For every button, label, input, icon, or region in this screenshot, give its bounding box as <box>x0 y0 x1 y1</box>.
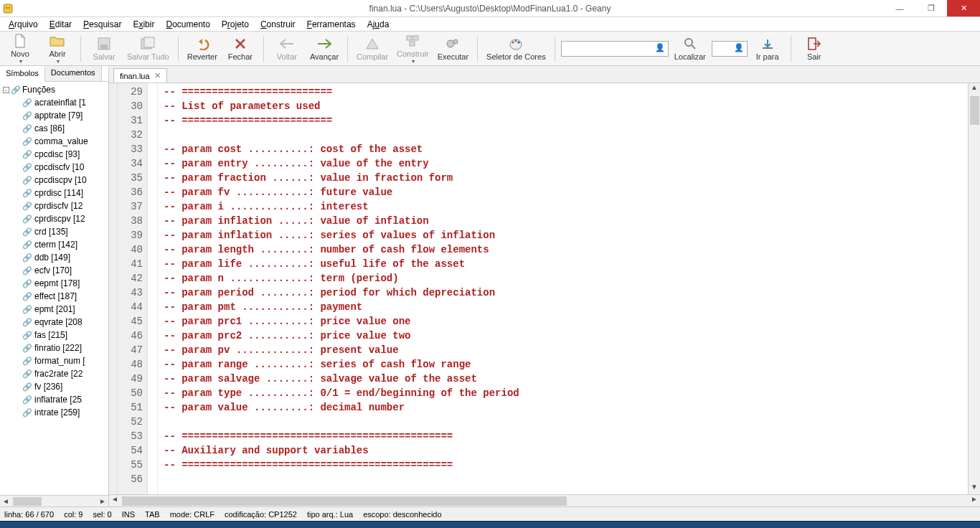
scroll-thumb[interactable] <box>13 497 42 506</box>
symbol-item[interactable]: 🔗cprdiscfv [12 <box>1 199 108 212</box>
minimize-button[interactable]: ― <box>884 0 915 16</box>
symbol-item[interactable]: 🔗cas [86] <box>1 122 108 135</box>
user-icon: 👤 <box>734 43 744 52</box>
close-file-button[interactable]: Fechar <box>223 33 258 65</box>
symbol-item[interactable]: 🔗effect [187] <box>1 290 108 303</box>
symbol-item[interactable]: 🔗crd [135] <box>1 225 108 238</box>
open-button[interactable]: Abrir▾ <box>40 33 75 65</box>
forward-button[interactable]: Avançar <box>307 33 341 65</box>
symbol-item[interactable]: 🔗cprdiscpv [12 <box>1 212 108 225</box>
scroll-left-icon[interactable]: ◄ <box>0 497 11 505</box>
disks-icon <box>140 36 156 52</box>
symbol-item[interactable]: 🔗fas [215] <box>1 329 108 341</box>
find-button[interactable]: Localizar <box>672 33 709 65</box>
scroll-left-icon[interactable]: ◄ <box>109 495 121 506</box>
scroll-right-icon[interactable]: ► <box>97 497 108 505</box>
menu-ferramentas[interactable]: Ferramentas <box>301 18 362 31</box>
symbol-item[interactable]: 🔗cterm [142] <box>1 238 108 251</box>
symbol-item[interactable]: 🔗eqvrate [208 <box>1 316 108 329</box>
run-button[interactable]: Executar <box>435 33 471 65</box>
maximize-button[interactable]: ❐ <box>915 0 947 16</box>
symbol-item[interactable]: 🔗ecfv [170] <box>1 264 108 277</box>
save-all-button[interactable]: Salvar Tudo <box>124 33 172 65</box>
symbol-item[interactable]: 🔗apptrate [79] <box>1 109 108 122</box>
disk-icon <box>96 36 112 52</box>
svg-point-10 <box>447 40 454 47</box>
editor-vscroll[interactable]: ▲ ▼ <box>968 83 980 494</box>
scroll-up-icon[interactable]: ▲ <box>969 83 980 95</box>
goto-button[interactable]: Ir para <box>750 33 785 65</box>
menu-documento[interactable]: Documento <box>160 18 215 31</box>
editor-area: finan.lua ✕ 2930313233343536373839404142… <box>109 66 980 506</box>
function-icon: 🔗 <box>23 137 32 146</box>
symbol-item[interactable]: 🔗cprdisc [114] <box>1 187 108 199</box>
quit-button[interactable]: Sair <box>797 33 831 65</box>
save-button[interactable]: Salvar <box>87 33 121 65</box>
scroll-down-icon[interactable]: ▼ <box>969 483 980 494</box>
symbol-item[interactable]: 🔗comma_value <box>1 135 108 148</box>
symbol-item[interactable]: 🔗inflatrate [25 <box>1 393 108 406</box>
editor-tab-finan[interactable]: finan.lua ✕ <box>113 68 167 82</box>
status-scope: escopo: desconhecido <box>363 510 441 519</box>
menu-arquivo[interactable]: Arquivo <box>3 18 44 31</box>
menu-pesquisar[interactable]: Pesquisar <box>77 18 127 31</box>
symbol-item[interactable]: 🔗cpcdiscpv [10 <box>1 174 108 187</box>
symbol-list[interactable]: - 🔗 Funções 🔗acrateinflat [1🔗apptrate [7… <box>0 82 108 495</box>
compile-button[interactable]: Compilar <box>354 33 391 65</box>
build-button[interactable]: Construir▾ <box>394 33 432 65</box>
symbol-item[interactable]: 🔗ddb [149] <box>1 251 108 264</box>
symbol-item[interactable]: 🔗finratio [222] <box>1 341 108 354</box>
menu-ajuda[interactable]: Ajuda <box>362 18 395 31</box>
editor-tabs: finan.lua ✕ <box>109 66 980 83</box>
symbol-item[interactable]: 🔗cpcdiscfv [10 <box>1 161 108 174</box>
scroll-right-icon[interactable]: ► <box>969 495 980 506</box>
close-button[interactable]: ✕ <box>947 0 980 16</box>
function-icon: 🔗 <box>23 214 32 223</box>
menu-projeto[interactable]: Projeto <box>216 18 255 31</box>
status-mode: mode: CRLF <box>170 510 215 519</box>
menu-editar[interactable]: Editar <box>44 18 77 31</box>
symbol-item[interactable]: 🔗frac2rate [22 <box>1 367 108 380</box>
window-title: finan.lua - C:\Users\Augusto\Desktop\Mod… <box>369 4 611 14</box>
collapse-icon[interactable]: - <box>3 87 9 93</box>
color-picker-button[interactable]: Seletor de Cores <box>484 33 549 65</box>
symbol-item[interactable]: 🔗format_num [ <box>1 354 108 367</box>
function-icon: 🔗 <box>23 318 32 326</box>
svg-point-15 <box>518 42 520 44</box>
arrow-left-icon <box>279 36 295 52</box>
function-icon: 🔗 <box>23 395 32 404</box>
tab-documents[interactable]: Documentos <box>45 66 102 81</box>
symbol-item[interactable]: 🔗eepmt [178] <box>1 277 108 290</box>
magnifier-icon <box>682 36 698 52</box>
sidebar-hscroll[interactable]: ◄ ► <box>0 495 108 506</box>
symbol-item[interactable]: 🔗epmt [201] <box>1 303 108 316</box>
svg-rect-8 <box>413 36 418 40</box>
menu-construir[interactable]: Construir <box>255 18 301 31</box>
menu-exibir[interactable]: Exibir <box>127 18 160 31</box>
status-sel: sel: 0 <box>93 510 111 519</box>
scroll-thumb[interactable] <box>122 496 567 506</box>
titlebar: finan.lua - C:\Users\Augusto\Desktop\Mod… <box>0 0 980 17</box>
revert-button[interactable]: Reverter <box>184 33 220 65</box>
code-view[interactable]: -- =========================-- List of p… <box>158 83 968 494</box>
svg-rect-9 <box>410 42 415 46</box>
symbol-item[interactable]: 🔗cpcdisc [93] <box>1 148 108 161</box>
x-icon <box>232 36 248 52</box>
function-icon: 🔗 <box>23 344 32 352</box>
function-icon: 🔗 <box>23 240 32 249</box>
search-input[interactable]: 👤 <box>561 41 669 57</box>
tab-symbols[interactable]: Símbolos <box>0 67 45 82</box>
separator <box>80 36 81 62</box>
new-button[interactable]: Novo▾ <box>3 33 37 65</box>
symbol-item[interactable]: 🔗acrateinflat [1 <box>1 96 108 109</box>
tab-close-icon[interactable]: ✕ <box>154 71 161 80</box>
back-button[interactable]: Voltar <box>270 33 304 65</box>
goto-input[interactable]: 👤 <box>712 41 748 57</box>
editor-hscroll[interactable]: ◄ ► <box>109 494 980 506</box>
function-icon: 🔗 <box>23 176 32 184</box>
user-icon: 👤 <box>655 43 665 52</box>
symbol-root[interactable]: - 🔗 Funções <box>1 83 108 96</box>
symbol-item[interactable]: 🔗intrate [259] <box>1 406 108 419</box>
symbol-item[interactable]: 🔗fv [236] <box>1 380 108 393</box>
scroll-thumb[interactable] <box>970 96 979 125</box>
